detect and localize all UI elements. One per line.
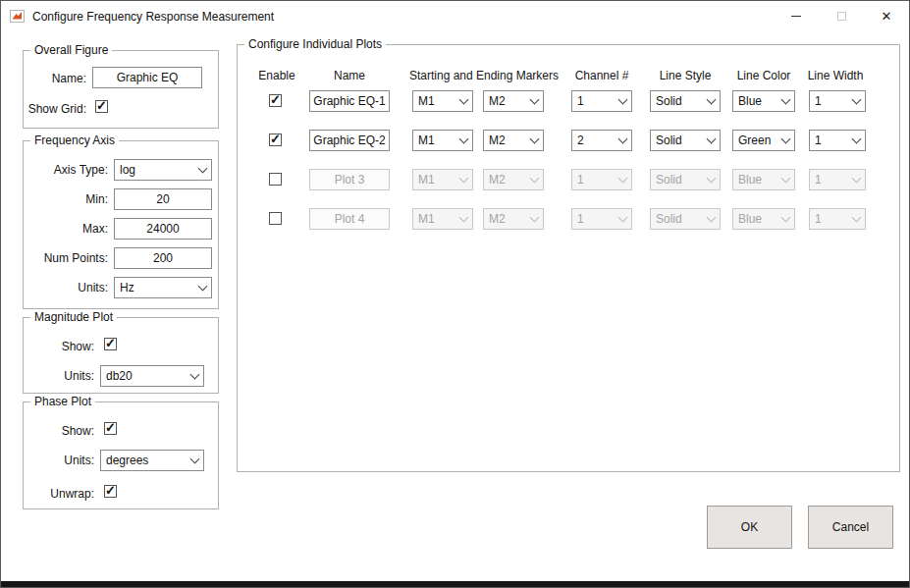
- plot3-line-style-dropdown: Solid: [650, 169, 721, 190]
- frequency-axis-title: Frequency Axis: [30, 134, 119, 147]
- maximize-icon: [837, 12, 846, 21]
- ok-button[interactable]: OK: [707, 506, 792, 549]
- plot3-start-marker-value: M1: [413, 173, 455, 187]
- chevron-down-icon: [777, 138, 794, 142]
- plot3-line-color-value: Blue: [733, 173, 777, 187]
- plot2-start-marker-dropdown[interactable]: M1: [412, 130, 473, 151]
- unwrap-label: Unwrap:: [24, 486, 94, 502]
- chevron-down-icon: [703, 217, 720, 221]
- plot-row-2: M1 M2 2 Solid Green 1: [238, 130, 899, 151]
- plot1-line-width-dropdown[interactable]: 1: [809, 90, 866, 112]
- phase-units-dropdown[interactable]: degrees: [100, 450, 204, 471]
- plot2-start-marker-value: M1: [413, 134, 455, 147]
- magnitude-units-dropdown[interactable]: db20: [100, 365, 204, 387]
- window-controls: ✕: [774, 1, 909, 31]
- figure-name-field[interactable]: [92, 67, 202, 88]
- max-label: Max:: [24, 221, 108, 237]
- phase-plot-title: Phase Plot: [30, 395, 95, 408]
- chevron-down-icon: [526, 138, 543, 142]
- individual-plots-group: Configure Individual Plots Enable Name S…: [237, 44, 900, 472]
- plot1-channel-dropdown[interactable]: 1: [571, 90, 632, 112]
- plot1-name-field[interactable]: [309, 90, 390, 112]
- chevron-down-icon: [615, 99, 631, 103]
- phase-units-value: degrees: [101, 454, 187, 467]
- chevron-down-icon: [615, 138, 631, 142]
- plot4-line-color-dropdown: Blue: [732, 208, 795, 230]
- chevron-down-icon: [455, 217, 472, 221]
- plot2-line-width-dropdown[interactable]: 1: [809, 130, 866, 151]
- unwrap-checkbox[interactable]: [104, 485, 117, 498]
- plot2-end-marker-dropdown[interactable]: M2: [483, 130, 544, 151]
- axis-type-label: Axis Type:: [24, 162, 108, 178]
- plot3-channel-dropdown: 1: [571, 169, 632, 190]
- num-points-field[interactable]: [114, 247, 212, 269]
- cancel-button-label: Cancel: [832, 520, 869, 534]
- plot4-end-marker-dropdown: M2: [483, 208, 544, 230]
- plot4-line-style-dropdown: Solid: [650, 208, 721, 230]
- axis-type-value: log: [115, 163, 194, 177]
- plot4-name-field: [309, 208, 390, 230]
- plot3-channel-value: 1: [572, 173, 615, 187]
- cancel-button[interactable]: Cancel: [808, 506, 893, 549]
- plot1-enable-checkbox[interactable]: [269, 94, 282, 107]
- chevron-down-icon: [777, 178, 794, 182]
- header-line-color: Line Color: [732, 69, 795, 82]
- dialog-window: Configure Frequency Response Measurement…: [0, 0, 910, 588]
- plot2-enable-checkbox[interactable]: [269, 134, 282, 146]
- magnitude-units-label: Units:: [24, 368, 94, 384]
- plot3-name-field: [309, 169, 390, 190]
- plot1-line-color-dropdown[interactable]: Blue: [732, 90, 795, 112]
- plot3-line-color-dropdown: Blue: [732, 169, 795, 190]
- frequency-axis-group: Frequency Axis Axis Type: log Min: Max: …: [23, 140, 219, 309]
- chevron-down-icon: [703, 99, 720, 103]
- min-field[interactable]: [114, 188, 212, 210]
- show-grid-checkbox[interactable]: [95, 100, 108, 113]
- chevron-down-icon: [187, 374, 203, 378]
- magnitude-units-value: db20: [101, 369, 187, 383]
- axis-type-dropdown[interactable]: log: [114, 159, 212, 181]
- close-button[interactable]: ✕: [864, 1, 909, 31]
- plot4-start-marker-dropdown: M1: [412, 208, 473, 230]
- phase-show-checkbox[interactable]: [104, 422, 117, 435]
- plot4-line-width-dropdown: 1: [809, 208, 866, 230]
- matlab-icon: [10, 10, 25, 23]
- chevron-down-icon: [848, 99, 865, 103]
- chevron-down-icon: [615, 178, 631, 182]
- magnitude-show-label: Show:: [24, 339, 94, 354]
- num-points-label: Num Points:: [24, 250, 108, 266]
- max-field[interactable]: [114, 218, 212, 240]
- chevron-down-icon: [194, 286, 211, 290]
- minimize-button[interactable]: [774, 1, 819, 31]
- chevron-down-icon: [777, 217, 794, 221]
- plot4-enable-checkbox[interactable]: [269, 212, 282, 225]
- plot1-channel-value: 1: [572, 94, 615, 108]
- plot3-enable-checkbox[interactable]: [269, 173, 282, 186]
- header-enable: Enable: [251, 69, 302, 82]
- chevron-down-icon: [777, 99, 794, 103]
- plot1-end-marker-value: M2: [484, 94, 526, 108]
- name-label: Name:: [24, 71, 86, 86]
- show-grid-label: Show Grid:: [24, 101, 86, 117]
- plot3-line-width-value: 1: [810, 173, 848, 187]
- ok-button-label: OK: [741, 520, 758, 534]
- magnitude-plot-title: Magnitude Plot: [30, 310, 117, 324]
- plot1-start-marker-dropdown[interactable]: M1: [412, 90, 473, 112]
- chevron-down-icon: [455, 99, 472, 103]
- plot-row-3: M1 M2 1 Solid Blue 1: [238, 169, 899, 190]
- plot1-line-style-dropdown[interactable]: Solid: [650, 90, 721, 112]
- plot2-end-marker-value: M2: [484, 134, 526, 147]
- plot2-line-color-dropdown[interactable]: Green: [732, 130, 795, 151]
- magnitude-show-checkbox[interactable]: [104, 338, 117, 350]
- freq-units-dropdown[interactable]: Hz: [114, 277, 212, 298]
- freq-units-value: Hz: [115, 281, 194, 294]
- phase-units-label: Units:: [24, 453, 94, 468]
- overall-figure-group: Overall Figure Name: Show Grid:: [23, 50, 219, 129]
- plot2-line-style-dropdown[interactable]: Solid: [650, 130, 721, 151]
- plot1-end-marker-dropdown[interactable]: M2: [483, 90, 544, 112]
- plot1-line-color-value: Blue: [733, 94, 777, 108]
- magnitude-plot-group: Magnitude Plot Show: Units: db20: [23, 317, 219, 394]
- plot2-name-field[interactable]: [309, 130, 390, 151]
- plot1-line-width-value: 1: [810, 94, 848, 108]
- plot2-channel-dropdown[interactable]: 2: [571, 130, 632, 151]
- chevron-down-icon: [848, 178, 865, 182]
